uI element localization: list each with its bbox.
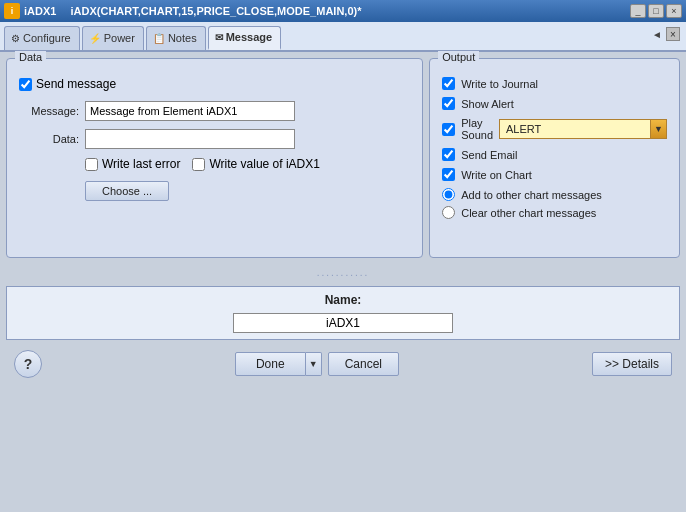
minimize-button[interactable]: _ — [630, 4, 646, 18]
maximize-button[interactable]: □ — [648, 4, 664, 18]
name-input-row — [17, 313, 669, 333]
send-message-row: Send message — [19, 77, 410, 91]
cancel-button[interactable]: Cancel — [328, 352, 399, 376]
output-panel-inner: Write to Journal Show Alert Play Sound ▼ — [442, 77, 667, 219]
center-buttons: Done ▼ Cancel — [235, 352, 399, 376]
title-bar-left: i iADX1 iADX(CHART,CHART,15,PRICE_CLOSE,… — [4, 3, 361, 19]
data-panel-inner: Send message Message: Data: Write last — [19, 77, 410, 201]
close-button[interactable]: × — [666, 4, 682, 18]
configure-icon: ⚙ — [11, 33, 20, 44]
add-to-other-row: Add to other chart messages — [442, 188, 667, 201]
main-content: Data Send message Message: Data: — [0, 52, 686, 512]
title-right: iADX(CHART,CHART,15,PRICE_CLOSE,MODE_MAI… — [71, 5, 362, 17]
done-dropdown-button[interactable]: ▼ — [306, 352, 322, 376]
tab-arrow-icon[interactable]: ◄ — [652, 29, 662, 40]
write-last-error-label: Write last error — [102, 157, 180, 171]
app-icon: i — [4, 3, 20, 19]
name-input[interactable] — [233, 313, 453, 333]
bottom-bar: ? Done ▼ Cancel >> Details — [6, 346, 680, 382]
tab-close-button[interactable]: × — [666, 27, 680, 41]
play-sound-label: Play Sound — [461, 117, 493, 141]
tab-configure[interactable]: ⚙ Configure — [4, 26, 80, 50]
message-icon: ✉ — [215, 32, 223, 43]
clear-other-label: Clear other chart messages — [461, 207, 596, 219]
help-button[interactable]: ? — [14, 350, 42, 378]
play-sound-row: Play Sound ▼ — [442, 117, 667, 141]
details-button[interactable]: >> Details — [592, 352, 672, 376]
data-panel: Data Send message Message: Data: — [6, 58, 423, 258]
send-message-checkbox[interactable] — [19, 78, 32, 91]
title-left: iADX1 — [24, 5, 56, 17]
clear-other-row: Clear other chart messages — [442, 206, 667, 219]
write-last-error-checkbox[interactable] — [85, 158, 98, 171]
extra-checkboxes-row: Write last error Write value of iADX1 — [85, 157, 410, 171]
show-alert-row: Show Alert — [442, 97, 667, 110]
sound-dropdown-button[interactable]: ▼ — [651, 119, 667, 139]
tab-message[interactable]: ✉ Message — [208, 26, 281, 50]
output-panel: Output Write to Journal Show Alert Play … — [429, 58, 680, 258]
tab-power-label: Power — [104, 32, 135, 44]
title-buttons: _ □ × — [630, 4, 682, 18]
clear-other-radio[interactable] — [442, 206, 455, 219]
tab-power[interactable]: ⚡ Power — [82, 26, 144, 50]
separator-dots: ........... — [317, 267, 370, 278]
tab-bar: ⚙ Configure ⚡ Power 📋 Notes ✉ Message ◄ … — [0, 22, 686, 52]
notes-icon: 📋 — [153, 33, 165, 44]
data-field-label: Data: — [19, 133, 79, 145]
send-email-label: Send Email — [461, 149, 517, 161]
tab-configure-label: Configure — [23, 32, 71, 44]
write-chart-checkbox[interactable] — [442, 168, 455, 181]
send-email-row: Send Email — [442, 148, 667, 161]
done-button[interactable]: Done — [235, 352, 306, 376]
write-chart-label: Write on Chart — [461, 169, 532, 181]
panels-row: Data Send message Message: Data: — [6, 58, 680, 258]
title-bar: i iADX1 iADX(CHART,CHART,15,PRICE_CLOSE,… — [0, 0, 686, 22]
show-alert-checkbox[interactable] — [442, 97, 455, 110]
data-row: Data: — [19, 129, 410, 149]
separator: ........... — [6, 264, 680, 280]
done-button-group: Done ▼ — [235, 352, 322, 376]
tab-notes[interactable]: 📋 Notes — [146, 26, 206, 50]
message-input[interactable] — [85, 101, 295, 121]
tab-message-label: Message — [226, 31, 272, 43]
tab-notes-label: Notes — [168, 32, 197, 44]
choose-button[interactable]: Choose ... — [85, 181, 169, 201]
message-row: Message: — [19, 101, 410, 121]
sound-select[interactable] — [499, 119, 651, 139]
write-journal-label: Write to Journal — [461, 78, 538, 90]
write-value-label: Write value of iADX1 — [209, 157, 320, 171]
send-message-label: Send message — [36, 77, 116, 91]
add-to-other-radio[interactable] — [442, 188, 455, 201]
name-section-label: Name: — [17, 293, 669, 307]
tab-close-area: ◄ × — [652, 27, 680, 41]
write-journal-checkbox[interactable] — [442, 77, 455, 90]
write-journal-row: Write to Journal — [442, 77, 667, 90]
name-section: Name: — [6, 286, 680, 340]
message-field-label: Message: — [19, 105, 79, 117]
data-input[interactable] — [85, 129, 295, 149]
output-panel-title: Output — [438, 51, 479, 63]
show-alert-label: Show Alert — [461, 98, 514, 110]
write-value-checkbox[interactable] — [192, 158, 205, 171]
send-email-checkbox[interactable] — [442, 148, 455, 161]
sound-dropdown: ▼ — [499, 119, 667, 139]
play-sound-checkbox[interactable] — [442, 123, 455, 136]
add-to-other-label: Add to other chart messages — [461, 189, 602, 201]
data-panel-title: Data — [15, 51, 46, 63]
power-icon: ⚡ — [89, 33, 101, 44]
write-chart-row: Write on Chart — [442, 168, 667, 181]
